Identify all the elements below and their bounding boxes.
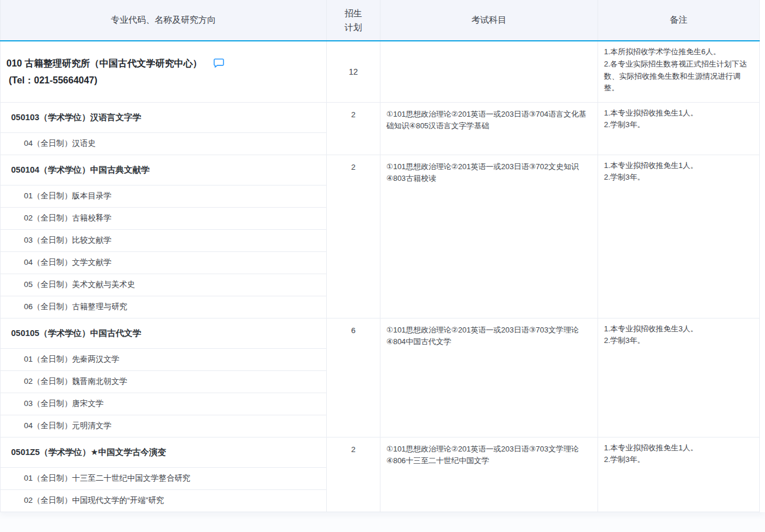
major-remarks-cell: 1.本专业拟招收推免生1人。 2.学制3年。 — [598, 155, 760, 318]
institute-tel: (Tel：021-55664047) — [6, 73, 318, 88]
major-name: 050105（学术学位）中国古代文学 — [11, 328, 141, 338]
direction-cell: 02（全日制）古籍校释学 — [1, 207, 327, 229]
institute-title-cell: 010 古籍整理研究所（中国古代文学研究中心） (Tel：021-5566404… — [1, 41, 327, 102]
column-header-remarks: 备注 — [598, 0, 760, 41]
major-exam-cell: ①101思想政治理论②201英语一或203日语③704语言文化基础知识④805汉… — [380, 102, 598, 155]
column-header-major: 专业代码、名称及研究方向 — [1, 0, 327, 41]
direction-label: 02（全日制）魏晋南北朝文学 — [24, 377, 127, 386]
direction-cell: 03（全日制）比较文献学 — [1, 229, 327, 251]
direction-label: 04（全日制）汉语史 — [24, 139, 96, 148]
column-header-exam: 考试科目 — [380, 0, 598, 41]
direction-label: 04（全日制）元明清文学 — [24, 421, 111, 430]
direction-label: 04（全日制）文学文献学 — [24, 258, 111, 267]
direction-cell: 03（全日制）唐宋文学 — [1, 393, 327, 415]
remark-line: 2.学制3年。 — [604, 119, 753, 131]
major-row: 050103（学术学位）汉语言文字学 2 ①101思想政治理论②201英语一或2… — [1, 102, 760, 132]
direction-label: 01（全日制）先秦两汉文学 — [24, 355, 120, 363]
major-plan-cell: 2 — [327, 155, 380, 318]
major-name: 0501Z5（学术学位）★中国文学古今演变 — [11, 447, 166, 457]
remark-line: 2.各专业实际招生数将视正式招生计划下达数、实际招收推免生数和生源情况进行调整。 — [604, 58, 753, 94]
direction-cell: 04（全日制）汉语史 — [1, 132, 327, 155]
remark-line: 1.本专业拟招收推免生1人。 — [604, 442, 753, 454]
major-exam-cell: ①101思想政治理论②201英语一或203日语③702文史知识④803古籍校读 — [380, 155, 598, 318]
major-remarks-cell: 1.本专业拟招收推免生1人。 2.学制3年。 — [598, 102, 760, 155]
major-plan-value: 6 — [351, 326, 356, 335]
admissions-table: 专业代码、名称及研究方向 招生 计划 考试科目 备注 010 古籍整理研究所（中… — [0, 0, 760, 512]
direction-label: 02（全日制）古籍校释学 — [24, 214, 111, 222]
major-plan-value: 2 — [351, 163, 356, 172]
major-exam-cell: ①101思想政治理论②201英语一或203日语③703文学理论④804中国古代文… — [380, 318, 598, 437]
remark-line: 1.本专业拟招收推免生3人。 — [604, 323, 753, 335]
direction-cell: 05（全日制）美术文献与美术史 — [1, 274, 327, 296]
direction-cell: 01（全日制）十三至二十世纪中国文学整合研究 — [1, 467, 327, 489]
direction-label: 01（全日制）十三至二十世纪中国文学整合研究 — [24, 474, 190, 482]
header-row: 专业代码、名称及研究方向 招生 计划 考试科目 备注 — [1, 0, 760, 41]
institute-plan-cell: 12 — [327, 41, 380, 102]
direction-label: 05（全日制）美术文献与美术史 — [24, 280, 135, 289]
remark-line: 2.学制3年。 — [604, 335, 753, 347]
remark-line: 1.本专业拟招收推免生1人。 — [604, 107, 753, 120]
remark-line: 2.学制3年。 — [604, 172, 753, 184]
institute-row: 010 古籍整理研究所（中国古代文学研究中心） (Tel：021-5566404… — [1, 41, 760, 102]
major-exam-value: ①101思想政治理论②201英语一或203日语③703文学理论④804中国古代文… — [386, 326, 579, 346]
remark-line: 2.学制3年。 — [604, 454, 753, 466]
institute-title: 010 古籍整理研究所（中国古代文学研究中心） — [6, 58, 202, 68]
major-exam-value: ①101思想政治理论②201英语一或203日语③704语言文化基础知识④805汉… — [386, 110, 586, 130]
column-header-plan-label: 招生 计划 — [345, 6, 362, 34]
major-name: 050103（学术学位）汉语言文字学 — [11, 113, 141, 122]
direction-label: 01（全日制）版本目录学 — [24, 191, 111, 200]
column-header-exam-label: 考试科目 — [471, 15, 506, 24]
major-plan-cell: 2 — [327, 437, 380, 512]
major-exam-value: ①101思想政治理论②201英语一或203日语③702文史知识④803古籍校读 — [386, 162, 579, 183]
institute-title-line: 010 古籍整理研究所（中国古代文学研究中心） — [6, 55, 318, 73]
major-plan-cell: 6 — [327, 318, 380, 437]
major-plan-value: 2 — [351, 110, 356, 119]
comment-icon[interactable] — [214, 57, 224, 73]
direction-label: 03（全日制）唐宋文学 — [24, 399, 104, 408]
major-exam-value: ①101思想政治理论②201英语一或203日语③703文学理论④806十三至二十… — [386, 444, 579, 465]
direction-cell: 01（全日制）版本目录学 — [1, 185, 327, 207]
direction-cell: 04（全日制）元明清文学 — [1, 415, 327, 437]
major-plan-value: 2 — [351, 445, 356, 454]
major-name-cell: 050103（学术学位）汉语言文字学 — [1, 102, 327, 132]
institute-plan-value: 12 — [349, 67, 358, 76]
remark-line: 1.本专业拟招收推免生1人。 — [604, 160, 753, 172]
direction-cell: 04（全日制）文学文献学 — [1, 251, 327, 274]
institute-exam-cell — [380, 41, 598, 102]
major-row: 050104（学术学位）中国古典文献学 2 ①101思想政治理论②201英语一或… — [1, 155, 760, 185]
column-header-plan: 招生 计划 — [327, 0, 380, 41]
major-row: 050105（学术学位）中国古代文学 6 ①101思想政治理论②201英语一或2… — [1, 318, 760, 348]
direction-cell: 06（全日制）古籍整理与研究 — [1, 296, 327, 318]
direction-label: 06（全日制）古籍整理与研究 — [24, 302, 127, 311]
remark-line: 1.本所拟招收学术学位推免生6人。 — [604, 46, 753, 58]
major-name-cell: 0501Z5（学术学位）★中国文学古今演变 — [1, 437, 327, 467]
direction-cell: 01（全日制）先秦两汉文学 — [1, 348, 327, 370]
major-plan-cell: 2 — [327, 102, 380, 155]
column-header-major-label: 专业代码、名称及研究方向 — [111, 15, 216, 24]
direction-label: 02（全日制）中国现代文学的“开端”研究 — [24, 496, 164, 505]
column-header-remarks-label: 备注 — [670, 15, 687, 24]
direction-cell: 02（全日制）魏晋南北朝文学 — [1, 370, 327, 393]
major-remarks-cell: 1.本专业拟招收推免生3人。 2.学制3年。 — [598, 318, 760, 437]
institute-remarks-cell: 1.本所拟招收学术学位推免生6人。 2.各专业实际招生数将视正式招生计划下达数、… — [598, 41, 760, 102]
major-remarks-cell: 1.本专业拟招收推免生1人。 2.学制3年。 — [598, 437, 760, 512]
major-name-cell: 050105（学术学位）中国古代文学 — [1, 318, 327, 348]
admissions-table-container: 专业代码、名称及研究方向 招生 计划 考试科目 备注 010 古籍整理研究所（中… — [0, 0, 765, 512]
direction-cell: 02（全日制）中国现代文学的“开端”研究 — [1, 489, 327, 512]
major-name-cell: 050104（学术学位）中国古典文献学 — [1, 155, 327, 185]
major-row: 0501Z5（学术学位）★中国文学古今演变 2 ①101思想政治理论②201英语… — [1, 437, 760, 467]
direction-label: 03（全日制）比较文献学 — [24, 236, 111, 244]
major-exam-cell: ①101思想政治理论②201英语一或203日语③703文学理论④806十三至二十… — [380, 437, 598, 512]
major-name: 050104（学术学位）中国古典文献学 — [11, 165, 149, 174]
